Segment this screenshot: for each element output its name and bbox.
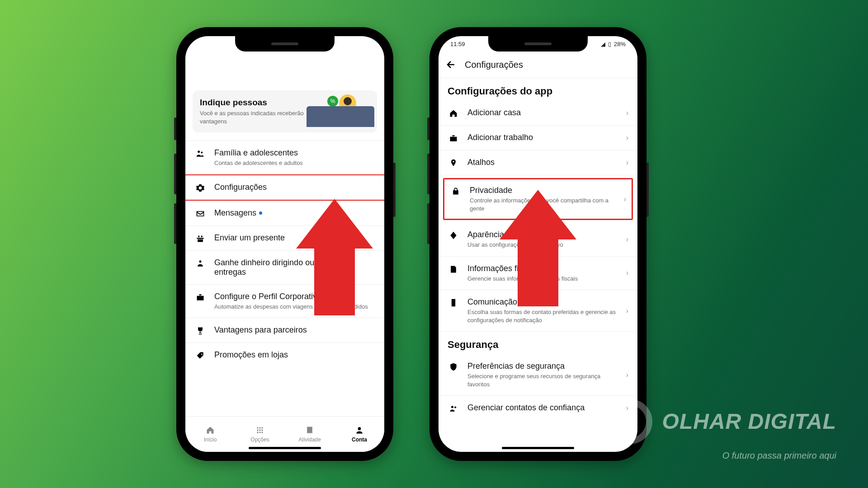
menu-item-family[interactable]: Família e adolescentes Contas de adolesc… xyxy=(185,141,384,174)
tab-home[interactable]: Início xyxy=(185,417,235,452)
screen-settings: 11:59 ◢ ▯ 28% Configurações Configuraçõe… xyxy=(439,36,637,452)
battery-icon: ▯ xyxy=(608,41,611,47)
brand-name: OLHAR DIGITAL xyxy=(662,411,836,432)
tag-icon xyxy=(194,351,206,360)
status-time: 11:59 xyxy=(450,41,465,47)
home-icon xyxy=(448,109,459,118)
home-indicator xyxy=(502,447,574,449)
settings-sublabel: Usar as configurações do dispositivo xyxy=(467,241,622,249)
menu-label: Configure o Perfil Corporativo xyxy=(214,292,375,301)
menu-item-messages[interactable]: Mensagens xyxy=(185,201,384,225)
settings-item-work[interactable]: Adicionar trabalho › xyxy=(439,126,637,150)
chevron-right-icon: › xyxy=(626,235,628,244)
settings-label: Adicionar casa xyxy=(467,108,622,117)
svg-point-12 xyxy=(358,427,361,430)
grid-icon xyxy=(255,426,264,435)
back-button[interactable] xyxy=(446,59,457,70)
mail-icon xyxy=(194,209,206,218)
pin-icon xyxy=(448,159,459,168)
section-header-security: Segurança xyxy=(439,332,637,354)
svg-point-8 xyxy=(261,429,263,431)
menu-item-driver[interactable]: Ganhe dinheiro dirigindo ou fazendo entr… xyxy=(185,250,384,284)
phone-notch xyxy=(488,36,588,52)
section-header-app: Configurações do app xyxy=(439,78,637,101)
settings-item-communication[interactable]: Comunicação Escolha suas formas de conta… xyxy=(439,290,637,332)
percent-badge-icon: % xyxy=(327,96,338,107)
settings-label: Adicionar trabalho xyxy=(467,133,622,142)
menu-sublabel: Automatize as despesas com viagens a tra… xyxy=(214,303,375,311)
svg-point-0 xyxy=(198,150,200,153)
shield-icon xyxy=(448,362,459,371)
settings-item-shortcuts[interactable]: Atalhos › xyxy=(439,150,637,175)
diamond-icon xyxy=(448,231,459,240)
contacts-icon xyxy=(448,404,459,413)
phone-mock-settings: 11:59 ◢ ▯ 28% Configurações Configuraçõe… xyxy=(429,27,646,461)
settings-item-privacy[interactable]: Privacidade Controle as informações que … xyxy=(443,178,633,220)
menu-label: Configurações xyxy=(214,183,375,192)
svg-point-9 xyxy=(257,432,258,433)
settings-label: Comunicação xyxy=(467,297,622,307)
promo-title: Indique pessoas xyxy=(200,98,307,108)
brand-logo-icon xyxy=(607,399,652,444)
brand-tagline: O futuro passa primeiro aqui xyxy=(607,450,836,461)
promo-card-referral[interactable]: Indique pessoas Você e as pessoas indica… xyxy=(193,90,377,132)
menu-item-gift[interactable]: Enviar um presente xyxy=(185,225,384,250)
home-icon xyxy=(206,426,215,435)
lock-icon xyxy=(450,187,462,196)
menu-label: Mensagens xyxy=(214,208,375,218)
tab-label: Atividade xyxy=(298,436,321,443)
svg-point-5 xyxy=(261,427,263,428)
chevron-right-icon: › xyxy=(626,269,628,277)
settings-item-security-prefs[interactable]: Preferências de segurança Selecione e pr… xyxy=(439,354,637,396)
trophy-icon xyxy=(194,326,206,335)
driver-icon xyxy=(194,259,206,268)
svg-point-6 xyxy=(257,429,258,431)
settings-sublabel: Escolha suas formas de contato preferida… xyxy=(467,308,622,324)
menu-label: Enviar um presente xyxy=(214,233,375,243)
settings-label: Informações fiscais xyxy=(467,264,622,273)
settings-sublabel: Gerencie suas informações e notas fiscai… xyxy=(467,275,622,283)
settings-sublabel: Controle as informações que você compart… xyxy=(470,197,619,212)
briefcase-icon xyxy=(194,293,206,302)
settings-label: Privacidade xyxy=(470,186,619,195)
chevron-right-icon: › xyxy=(626,371,628,379)
menu-item-partner[interactable]: Vantagens para parceiros xyxy=(185,318,384,343)
tab-label: Conta xyxy=(352,436,367,443)
svg-point-3 xyxy=(257,427,258,428)
gift-icon xyxy=(194,234,206,243)
tutorial-slide: Indique pessoas Você e as pessoas indica… xyxy=(0,0,868,488)
tab-account[interactable]: Conta xyxy=(335,417,384,452)
brand-watermark: OLHAR DIGITAL O futuro passa primeiro aq… xyxy=(607,399,836,461)
signal-icon: ◢ xyxy=(601,41,605,47)
menu-label: Ganhe dinheiro dirigindo ou fazendo entr… xyxy=(214,258,375,277)
menu-label: Promoções em lojas xyxy=(214,350,375,360)
promo-subtitle: Você e as pessoas indicadas receberão va… xyxy=(200,109,307,125)
settings-item-appearance[interactable]: Aparência Usar as configurações do dispo… xyxy=(439,223,637,257)
appbar-title: Configurações xyxy=(465,60,523,70)
svg-point-11 xyxy=(261,432,263,433)
person-icon xyxy=(355,426,364,435)
menu-item-promos[interactable]: Promoções em lojas xyxy=(185,343,384,367)
menu-sublabel: Contas de adolescentes e adultos xyxy=(214,159,375,167)
promo-illustration: % xyxy=(307,98,370,125)
chevron-right-icon: › xyxy=(626,159,628,167)
menu-item-corporate[interactable]: Configure o Perfil Corporativo Automatiz… xyxy=(185,284,384,318)
settings-item-tax[interactable]: Informações fiscais Gerencie suas inform… xyxy=(439,257,637,291)
screen-account: Indique pessoas Você e as pessoas indica… xyxy=(185,36,384,452)
settings-sublabel: Selecione e programe seus recursos de se… xyxy=(467,372,622,388)
phone-icon xyxy=(448,298,459,307)
menu-label: Família e adolescentes xyxy=(214,148,375,158)
app-bar: Configurações xyxy=(439,52,637,78)
settings-label: Gerenciar contatos de confiança xyxy=(467,403,622,413)
menu-item-settings[interactable]: Configurações xyxy=(185,174,384,201)
svg-point-14 xyxy=(454,407,456,408)
tab-label: Início xyxy=(204,436,217,443)
svg-point-1 xyxy=(201,152,203,154)
settings-item-home[interactable]: Adicionar casa › xyxy=(439,101,637,126)
chevron-right-icon: › xyxy=(626,307,628,315)
settings-label: Aparência xyxy=(467,230,622,239)
svg-point-7 xyxy=(259,429,260,431)
phone-notch xyxy=(235,36,335,52)
svg-point-13 xyxy=(451,406,453,408)
unread-dot-icon xyxy=(259,211,262,215)
